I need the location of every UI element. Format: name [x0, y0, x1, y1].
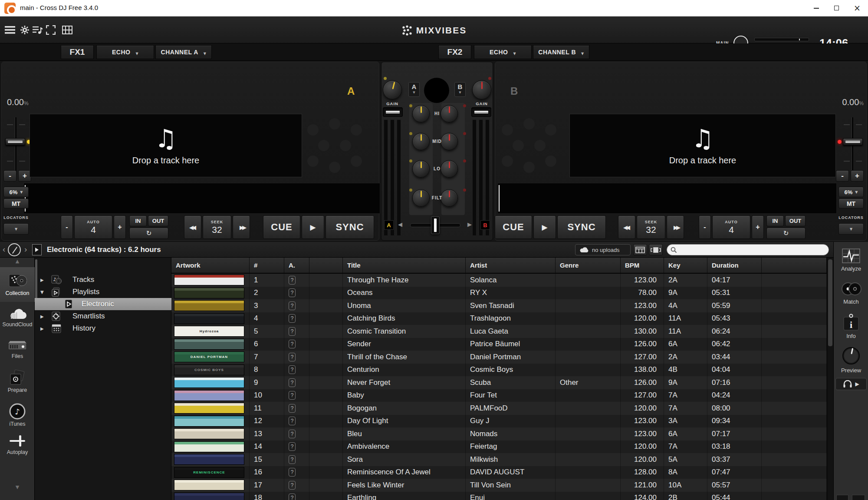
volume-fader-b[interactable]	[471, 107, 491, 117]
deck-b-loop-in-button[interactable]: IN	[766, 215, 784, 226]
tree-item-electronic[interactable]: Electronic	[35, 298, 171, 310]
column-header-A.[interactable]: A.	[284, 258, 309, 273]
deck-b-loop-toggle-button[interactable]: ↻	[766, 228, 806, 239]
table-row[interactable]: 2?OceansRY X78.009A05:31	[171, 287, 827, 300]
column-header-BPM[interactable]: BPM	[621, 258, 664, 273]
chevron-right-icon[interactable]: ▶	[40, 314, 44, 319]
table-row[interactable]: 18?EarthlingEnui124.002B05:44	[171, 492, 827, 500]
sidebar-item-prepare[interactable]: Prepare	[0, 364, 35, 399]
preview-headphone-button[interactable]: ▶	[835, 378, 867, 390]
sidebar-scroll-up-icon[interactable]: ▲	[0, 258, 35, 264]
deck-a-waveform[interactable]	[23, 183, 380, 214]
table-row[interactable]: 9?Never ForgetScubaOther126.009A07:16	[171, 376, 827, 389]
cue-mix-knob[interactable]	[424, 78, 449, 103]
table-row[interactable]: 3?UnomaSven Tasnadi123.004A05:59	[171, 299, 827, 312]
deck-a-loop-toggle-button[interactable]: ↻	[129, 228, 168, 239]
deck-a-play-button[interactable]: ▶	[302, 215, 324, 239]
table-row[interactable]: 4?Catching BirdsTrashlagoon120.0011A05:4…	[171, 312, 827, 325]
fx2-channel-select[interactable]: CHANNEL B▼	[533, 45, 589, 59]
chevron-down-icon[interactable]: ▼	[40, 290, 44, 295]
deck-a-drop-zone[interactable]: ♫ Drop a track here	[30, 114, 302, 177]
column-header-Artwork[interactable]: Artwork	[171, 258, 250, 273]
crossfader-right-arrow[interactable]: ▶	[467, 221, 472, 228]
table-row[interactable]: 10?BabyFour Tet127.007A04:24	[171, 389, 827, 402]
mixer-channel-b-select[interactable]: B▼	[454, 82, 466, 97]
uploads-status-button[interactable]: no uploads	[575, 244, 631, 255]
deck-a-cue-button[interactable]: CUE	[263, 215, 300, 239]
crossfader-handle[interactable]	[431, 216, 440, 234]
table-row[interactable]: COSMIC BOYS8?CenturionCosmic Boys138.004…	[171, 364, 827, 377]
deck-a-locators-select[interactable]: ▼	[3, 223, 29, 235]
mixer-channel-a-select[interactable]: A▼	[408, 82, 420, 97]
deck-b-seek-display[interactable]: SEEK 32	[637, 215, 665, 239]
deck-b-sync-button[interactable]: SYNC	[557, 215, 606, 239]
search-input[interactable]	[679, 247, 818, 253]
deck-a-pitch-range-select[interactable]: 6%▼	[3, 187, 29, 197]
deck-b-pitch-handle[interactable]	[843, 138, 863, 146]
minimize-button[interactable]	[806, 0, 826, 16]
sidebar-item-collection[interactable]: Collection	[0, 267, 35, 302]
table-row[interactable]: REMINISCENCE16?Reminiscence Of A JewelDA…	[171, 466, 827, 479]
column-header-blank[interactable]	[762, 258, 827, 273]
deck-b-loop-double-button[interactable]: +	[752, 215, 764, 239]
compass-icon[interactable]	[8, 243, 21, 256]
table-row[interactable]: 6?SenderPatrice Bäumel126.006A06:42	[171, 338, 827, 351]
volume-fader-a[interactable]	[383, 107, 403, 117]
deck-a-master-tempo-button[interactable]: MT	[3, 199, 29, 209]
table-row[interactable]: 17?Feels Like WinterTill Von Sein121.001…	[171, 479, 827, 492]
column-header-Title[interactable]: Title	[343, 258, 466, 273]
tool-info-button[interactable]: iInfo	[834, 314, 868, 339]
sidebar-item-soundcloud[interactable]: SoundCloud	[0, 302, 35, 333]
eq-hi-a-knob[interactable]	[412, 105, 430, 123]
deck-a-pitch-handle[interactable]	[5, 138, 25, 146]
column-header-Artist[interactable]: Artist	[466, 258, 556, 273]
table-row[interactable]: Hydrozoa5?Cosmic TransitionLuca Gaeta130…	[171, 325, 827, 338]
column-header-#[interactable]: #	[250, 258, 284, 273]
eq-filt-a-knob[interactable]	[412, 189, 430, 207]
table-row[interactable]: 15?SoraMilkwish120.005A03:37	[171, 453, 827, 466]
deck-a-loop-in-button[interactable]: IN	[129, 215, 147, 226]
eq-lo-a-knob[interactable]	[412, 160, 430, 178]
deck-b-seek-back-button[interactable]: ◀◀	[618, 215, 635, 239]
fx1-effect-select[interactable]: ECHO▼	[96, 45, 154, 59]
deck-b-seek-forward-button[interactable]: ▶▶	[667, 215, 684, 239]
deck-b-pitch-range-select[interactable]: 6%▼	[838, 187, 864, 197]
forward-icon[interactable]: ›	[24, 245, 27, 254]
column-header-Duration[interactable]: Duration	[707, 258, 762, 273]
sidebar-item-files[interactable]: Files	[0, 334, 35, 363]
tree-item-playlists[interactable]: ▼Playlists	[35, 286, 171, 298]
deck-b-auto-loop-display[interactable]: AUTO4	[712, 215, 750, 239]
search-box[interactable]	[667, 244, 829, 255]
split-view-icon[interactable]	[649, 244, 663, 255]
deck-b-play-button[interactable]: ▶	[533, 215, 556, 239]
deck-b-pitch-slider[interactable]	[838, 115, 865, 175]
sidebar-scroll-down-icon[interactable]: ▼	[0, 484, 35, 490]
deck-b-loop-out-button[interactable]: OUT	[785, 215, 806, 226]
deck-a-seek-display[interactable]: SEEK 32	[203, 215, 231, 239]
deck-b-drop-zone[interactable]: ♫ Drop a track here	[569, 114, 836, 177]
deck-a-auto-loop-display[interactable]: AUTO4	[74, 215, 112, 239]
sidebar-item-autoplay[interactable]: Autoplay	[0, 430, 35, 458]
tool-preview-button[interactable]: Preview	[834, 346, 868, 374]
deck-b-pitch-minus-button[interactable]: -	[836, 170, 849, 182]
table-row[interactable]: 1?Through The HazeSolanca123.002A04:17	[171, 274, 827, 287]
table-row[interactable]: 14?AmbivalenceFeiertag120.007A03:18	[171, 440, 827, 454]
deck-a-loop-double-button[interactable]: +	[114, 215, 126, 239]
table-row[interactable]: 11?BogoganPALMFooD120.007A08:00	[171, 402, 827, 415]
deck-b-locators-select[interactable]: ▼	[838, 223, 864, 235]
deck-a-pitch-minus-button[interactable]: -	[3, 170, 16, 182]
table-row[interactable]: 13?BleuNomads123.006A07:17	[171, 427, 827, 440]
column-header-Key[interactable]: Key	[664, 258, 707, 273]
deck-a-pitch-slider[interactable]	[3, 115, 30, 175]
deck-a-loop-half-button[interactable]: -	[61, 215, 73, 239]
table-view-icon[interactable]	[633, 244, 647, 255]
deck-b-master-tempo-button[interactable]: MT	[838, 199, 864, 209]
tree-item-tracks[interactable]: ▶♪Tracks	[35, 274, 171, 286]
table-scrollbar[interactable]	[827, 258, 833, 500]
deck-a-sync-button[interactable]: SYNC	[326, 215, 374, 239]
eq-mid-a-knob[interactable]	[412, 133, 430, 150]
chevron-right-icon[interactable]: ▶	[40, 326, 44, 331]
column-header-blank[interactable]	[309, 258, 343, 273]
maximize-button[interactable]	[826, 0, 846, 16]
deck-b-waveform[interactable]	[497, 183, 837, 214]
